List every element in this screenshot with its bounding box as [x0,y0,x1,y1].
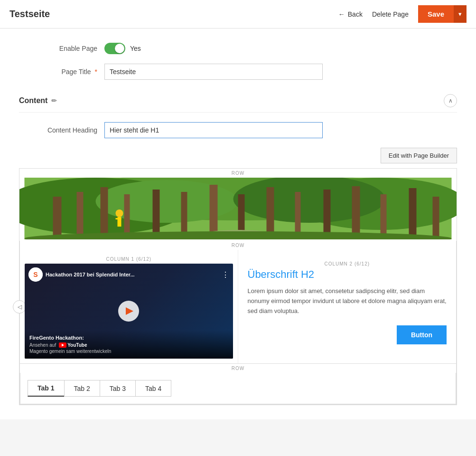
row-3: ROW Tab 1 Tab 2 Tab 3 Tab 4 [19,364,457,405]
collapse-icon: ∧ [448,97,453,104]
back-label: Back [348,10,363,18]
toggle-container: Yes [104,43,141,54]
page-title-input[interactable] [104,64,323,80]
svg-rect-18 [381,194,387,239]
edit-with-page-builder-button[interactable]: Edit with Page Builder [381,148,457,163]
tab-4[interactable]: Tab 4 [135,380,171,397]
page-title: Testseite [9,9,338,19]
tabs-list: Tab 1 Tab 2 Tab 3 Tab 4 [28,380,448,397]
svg-rect-7 [77,192,84,239]
required-indicator: * [95,68,97,76]
svg-rect-8 [101,187,108,239]
blue-button[interactable]: Button [397,325,447,344]
tab-1[interactable]: Tab 1 [28,380,65,397]
enable-page-toggle[interactable] [104,43,125,54]
row-2: ROW COLUMN 1 (6/12) ◁ [19,241,457,364]
svg-rect-24 [116,218,119,219]
save-button-group: Save ▾ [418,5,467,23]
row-1: ROW [19,169,457,241]
youtube-icon [59,342,66,348]
row-2-label: ROW [20,241,456,250]
svg-rect-25 [119,218,121,219]
content-section: Content ✏ ∧ Content Heading Edit with Pa… [19,89,457,405]
video-top-left: S Hackathon 2017 bei Splendid Inter... [28,267,135,282]
section-header: Content ✏ ∧ [19,89,457,113]
col-2-label: COLUMN 2 (6/12) [248,259,447,268]
toggle-track [104,43,125,54]
video-watch-label: Ansehen auf [29,342,56,348]
col-1-label: COLUMN 1 (6/12) [25,255,233,264]
svg-text:S: S [33,271,37,278]
enable-page-row: Enable Page Yes [19,43,457,54]
back-arrow-icon: ← [338,10,345,18]
svg-rect-6 [53,197,62,239]
video-more-icon[interactable]: ⋮ [222,270,229,279]
video-subtitle-1: FireGento Hackathon: [29,335,228,341]
toggle-thumb [115,44,124,53]
content-heading-row: Content Heading [19,122,457,138]
column-1: COLUMN 1 (6/12) ◁ S [20,250,238,363]
content-heading-label: Content Heading [19,126,104,134]
lorem-paragraph: Lorem ipsum dolor sit amet, consetetur s… [248,286,447,316]
content-heading-input[interactable] [104,122,323,138]
column-2: COLUMN 2 (6/12) Überschrift H2 Lorem ips… [238,250,457,363]
svg-rect-19 [409,188,417,239]
play-button[interactable] [118,301,139,322]
forest-image [19,178,457,239]
page-builder-preview: ROW [19,168,457,405]
banner-image [19,178,457,241]
page-header: Testseite ← Back Delete Page Save ▾ [0,0,476,28]
video-title-text: Hackathon 2017 bei Splendid Inter... [46,272,135,277]
save-button[interactable]: Save [418,5,454,23]
video-overlay: FireGento Hackathon: Ansehen auf YouTu [25,330,233,359]
video-thumbnail[interactable]: S Hackathon 2017 bei Splendid Inter... ⋮ [25,264,233,359]
delete-page-button[interactable]: Delete Page [372,10,409,18]
header-actions: ← Back Delete Page Save ▾ [338,5,467,23]
h2-heading: Überschrift H2 [248,268,447,281]
section-title: Content ✏ [19,96,57,105]
main-content: Enable Page Yes Page Title * Content ✏ ∧ [0,28,476,419]
video-subtitle-2: Magento gemein sam weiterentwickeln [29,349,228,354]
page-title-label: Page Title * [19,68,104,76]
back-button[interactable]: ← Back [338,10,363,18]
enable-page-value: Yes [130,45,141,52]
column-nav-button[interactable]: ◁ [13,300,26,314]
page-title-row: Page Title * [19,64,457,80]
tab-3[interactable]: Tab 3 [100,380,136,397]
play-icon [126,307,133,315]
video-top-bar: S Hackathon 2017 bei Splendid Inter... ⋮ [25,264,233,285]
chevron-down-icon: ▾ [458,10,462,18]
enable-page-label: Enable Page [19,45,104,52]
row-3-label: ROW [20,364,456,373]
tab-2[interactable]: Tab 2 [64,380,100,397]
tabs-container: Tab 1 Tab 2 Tab 3 Tab 4 [20,373,456,404]
svg-rect-16 [324,190,331,239]
svg-rect-20 [433,197,439,239]
collapse-button[interactable]: ∧ [444,94,457,107]
section-edit-icon[interactable]: ✏ [51,97,57,104]
svg-point-22 [116,209,123,217]
save-dropdown-button[interactable]: ▾ [454,5,467,23]
two-col-inner: COLUMN 1 (6/12) ◁ S [20,250,456,363]
row-1-label: ROW [19,169,457,178]
svg-rect-17 [352,186,360,239]
channel-logo: S [28,267,43,282]
video-platform-label: YouTube [67,342,87,348]
